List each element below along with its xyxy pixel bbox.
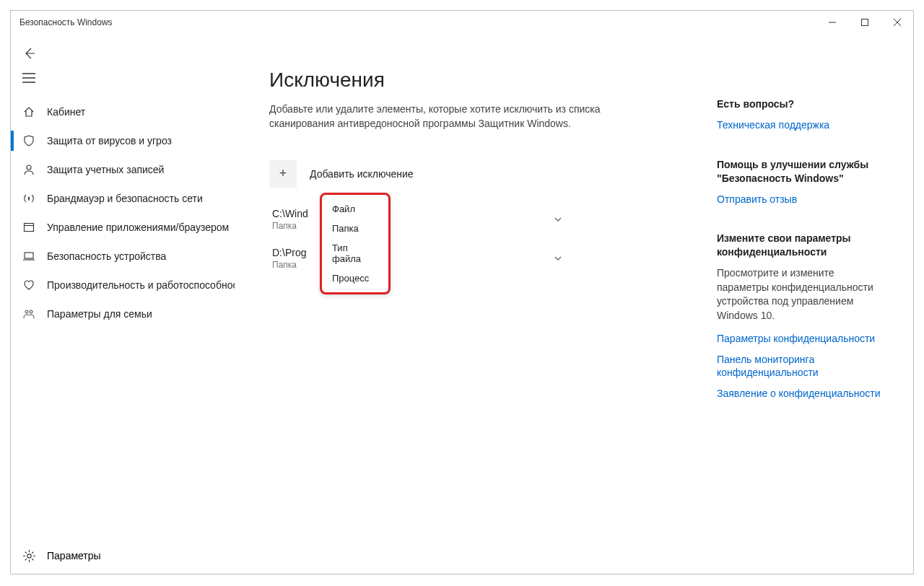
privacy-heading: Измените свои параметры конфиденциальнос… [717,232,883,259]
sidebar-item-label: Производительность и работоспособность у… [47,279,235,291]
settings-label: Параметры [47,550,101,561]
sidebar-settings[interactable]: Параметры [11,538,255,574]
sidebar-item-label: Защита учетных записей [47,164,164,175]
sidebar-item-account-protection[interactable]: Защита учетных записей [11,155,255,184]
sidebar-item-label: Кабинет [47,106,85,118]
dropdown-item-folder[interactable]: Папка [322,219,388,238]
feedback-section: Помощь в улучшении службы "Безопасность … [717,158,883,206]
svg-rect-3 [25,224,34,232]
questions-section: Есть вопросы? Техническая поддержка [717,97,883,132]
chevron-down-icon [554,254,562,263]
feedback-heading: Помощь в улучшении службы "Безопасность … [717,158,883,185]
exclusion-type: Папка [272,221,308,231]
sidebar-item-firewall[interactable]: Брандмауэр и безопасность сети [11,184,255,213]
sidebar-item-performance[interactable]: Производительность и работоспособность у… [11,271,255,299]
add-exclusion-button[interactable]: + Добавить исключение [269,160,674,188]
content: Исключения Добавьте или удалите элементы… [269,34,674,574]
right-column: Есть вопросы? Техническая поддержка Помо… [717,97,883,427]
shield-icon [22,134,35,147]
gear-icon [22,549,35,562]
support-link[interactable]: Техническая поддержка [717,118,883,132]
sidebar-item-label: Брандмауэр и безопасность сети [47,193,203,204]
svg-rect-0 [861,19,868,26]
family-icon [22,307,35,320]
sidebar-item-label: Защита от вирусов и угроз [47,135,172,146]
nav-top [11,34,255,97]
svg-rect-4 [25,253,33,258]
window-title: Безопасность Windows [19,17,113,27]
sidebar-item-family[interactable]: Параметры для семьи [11,299,255,328]
svg-point-2 [28,198,30,200]
page-description: Добавьте или удалите элементы, которые х… [269,102,616,131]
sidebar-list: Кабинет Защита от вирусов и угроз Защита… [11,97,255,538]
network-icon [22,192,35,205]
privacy-settings-link[interactable]: Параметры конфиденциальности [717,332,883,346]
app-icon [22,221,35,234]
feedback-link[interactable]: Отправить отзыв [717,193,883,206]
sidebar-item-label: Параметры для семьи [47,308,152,320]
dropdown-item-file[interactable]: Файл [322,199,388,219]
device-icon [22,250,35,263]
add-exclusion-dropdown: Файл Папка Тип файла Процесс [320,193,391,294]
svg-point-6 [30,310,32,313]
close-button[interactable] [881,12,913,33]
sidebar-item-home[interactable]: Кабинет [11,97,255,126]
titlebar: Безопасность Windows [11,11,913,34]
exclusion-name: C:\Wind [272,208,308,219]
dropdown-item-filetype[interactable]: Тип файла [322,238,388,268]
privacy-statement-link[interactable]: Заявление о конфиденциальности [717,387,883,401]
sidebar-item-device-security[interactable]: Безопасность устройства [11,242,255,271]
exclusion-item[interactable]: D:\Prog Папка [269,241,565,280]
back-button[interactable] [22,41,51,66]
privacy-text: Просмотрите и измените параметры конфиде… [717,266,883,323]
heart-icon [22,279,35,292]
dropdown-item-process[interactable]: Процесс [322,268,388,288]
exclusion-type: Папка [272,260,306,270]
hamburger-button[interactable] [22,66,51,90]
plus-icon: + [269,160,297,188]
home-icon [22,105,35,118]
account-icon [22,163,35,176]
chevron-down-icon [554,215,562,224]
privacy-dashboard-link[interactable]: Панель мониторинга конфиденциальности [717,353,883,380]
maximize-button[interactable] [848,12,881,33]
window-controls [816,12,913,33]
svg-point-5 [25,310,28,313]
exclusion-item[interactable]: C:\Wind Папка [269,202,565,241]
exclusion-name: D:\Prog [272,247,306,258]
body: Кабинет Защита от вирусов и угроз Защита… [11,34,913,574]
sidebar-item-app-browser[interactable]: Управление приложениями/браузером [11,213,255,242]
sidebar-item-label: Управление приложениями/браузером [47,222,229,233]
sidebar-item-virus-protection[interactable]: Защита от вирусов и угроз [11,126,255,155]
page-title: Исключения [269,69,674,92]
svg-point-1 [27,165,31,170]
sidebar: Кабинет Защита от вирусов и угроз Защита… [11,34,255,574]
svg-point-7 [27,554,30,557]
minimize-button[interactable] [816,12,848,33]
privacy-section: Измените свои параметры конфиденциальнос… [717,232,883,401]
sidebar-item-label: Безопасность устройства [47,250,166,262]
questions-heading: Есть вопросы? [717,97,883,111]
add-exclusion-label: Добавить исключение [310,168,414,180]
app-window: Безопасность Windows [10,10,914,574]
